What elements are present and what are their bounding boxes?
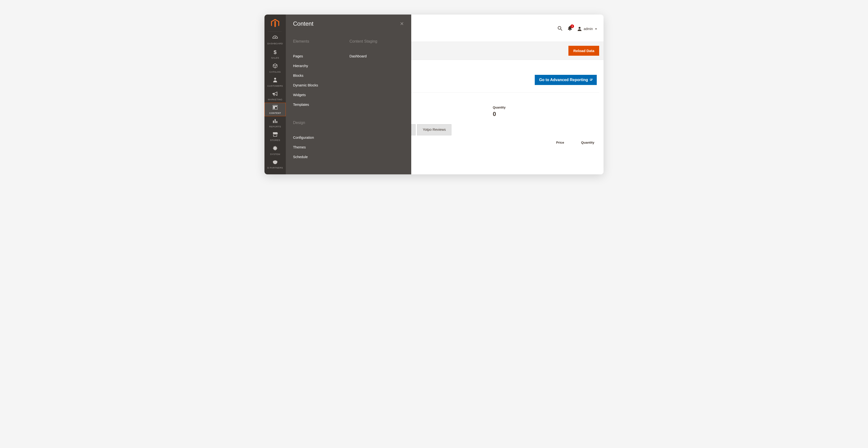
person-icon — [273, 77, 277, 84]
nav-label: DASHBOARD — [268, 42, 283, 45]
nav-label: MARKETING — [268, 98, 282, 101]
flyout-col-left: Elements Pages Hierarchy Blocks Dynamic … — [293, 39, 347, 162]
tab-yotpo-reviews[interactable]: Yotpo Reviews — [417, 124, 451, 135]
flyout-group-staging: Content Staging — [349, 39, 404, 43]
magento-logo-icon — [271, 19, 279, 28]
flyout-title: Content — [293, 20, 313, 27]
user-name: admin — [584, 27, 593, 31]
nav-dashboard[interactable]: DASHBOARD — [265, 33, 286, 47]
svg-rect-6 — [276, 121, 277, 123]
svg-rect-5 — [275, 119, 276, 123]
flyout-link-configuration[interactable]: Configuration — [293, 133, 347, 142]
reports-icon — [273, 119, 278, 124]
nav-customers[interactable]: CUSTOMERS — [265, 75, 286, 89]
svg-rect-4 — [273, 121, 274, 123]
svg-point-7 — [558, 26, 561, 29]
button-label: Go to Advanced Reporting — [539, 78, 588, 82]
nav-label: CONTENT — [269, 111, 281, 114]
partners-icon — [273, 160, 278, 165]
flyout-link-themes[interactable]: Themes — [293, 142, 347, 152]
chevron-down-icon: ▼ — [595, 28, 597, 30]
dollar-icon: $ — [274, 49, 277, 56]
sidebar: DASHBOARD $ SALES CATALOG CUSTOMERS MARK… — [265, 14, 286, 174]
metric-quantity: Quantity 0 — [493, 105, 593, 118]
svg-rect-2 — [273, 106, 275, 109]
nav-sales[interactable]: $ SALES — [265, 47, 286, 61]
flyout-link-pages[interactable]: Pages — [293, 51, 347, 61]
svg-point-0 — [274, 78, 276, 80]
reload-data-button[interactable]: Reload Data — [568, 46, 599, 56]
nav-partners[interactable]: D PARTNERS — [265, 157, 286, 169]
user-icon — [578, 27, 582, 31]
content-flyout: Content ✕ Elements Pages Hierarchy Block… — [286, 14, 411, 174]
nav-reports[interactable]: REPORTS — [265, 116, 286, 130]
logo[interactable] — [265, 14, 286, 31]
notification-badge: 1 — [570, 25, 574, 28]
flyout-group-design: Design — [293, 121, 347, 125]
svg-point-9 — [579, 27, 581, 29]
flyout-link-staging-dashboard[interactable]: Dashboard — [349, 51, 404, 61]
nav-label: CUSTOMERS — [268, 85, 283, 87]
catalog-icon — [273, 63, 278, 69]
flyout-group-elements: Elements — [293, 39, 347, 43]
nav-stores[interactable]: STORES — [265, 130, 286, 143]
nav-label: REPORTS — [269, 125, 281, 128]
flyout-col-right: Content Staging Dashboard — [347, 39, 404, 162]
external-link-icon — [589, 78, 592, 82]
flyout-link-templates[interactable]: Templates — [293, 100, 347, 109]
nav-system[interactable]: SYSTEM — [265, 143, 286, 157]
flyout-link-dynamic-blocks[interactable]: Dynamic Blocks — [293, 81, 347, 90]
stores-icon — [273, 132, 278, 138]
nav-label: STORES — [270, 139, 280, 141]
close-icon[interactable]: ✕ — [400, 21, 404, 27]
sidebar-divider — [268, 31, 282, 32]
user-menu[interactable]: admin ▼ — [578, 27, 597, 31]
nav-label: CATALOG — [270, 70, 281, 73]
flyout-link-widgets[interactable]: Widgets — [293, 90, 347, 100]
nav-label: D PARTNERS — [268, 166, 283, 169]
flyout-link-blocks[interactable]: Blocks — [293, 71, 347, 81]
content-icon — [273, 105, 278, 111]
nav-label: SYSTEM — [270, 153, 280, 156]
nav-catalog[interactable]: CATALOG — [265, 61, 286, 75]
dashboard-icon — [273, 36, 278, 41]
notifications-button[interactable]: 1 — [568, 26, 572, 32]
col-quantity: Quantity — [581, 141, 594, 144]
nav-content[interactable]: CONTENT — [265, 103, 286, 116]
nav-marketing[interactable]: MARKETING — [265, 89, 286, 103]
app-frame: DASHBOARD $ SALES CATALOG CUSTOMERS MARK… — [265, 14, 603, 174]
flyout-link-hierarchy[interactable]: Hierarchy — [293, 61, 347, 71]
metric-value: 0 — [493, 111, 593, 118]
svg-rect-3 — [275, 106, 277, 107]
metric-label: Quantity — [493, 105, 593, 109]
search-icon[interactable] — [558, 26, 562, 32]
advanced-reporting-button[interactable]: Go to Advanced Reporting — [535, 75, 597, 85]
flyout-link-schedule[interactable]: Schedule — [293, 152, 347, 162]
nav-label: SALES — [271, 57, 279, 59]
megaphone-icon — [273, 92, 278, 97]
col-price: Price — [556, 141, 564, 144]
gear-icon — [273, 146, 278, 152]
svg-line-8 — [561, 29, 562, 31]
